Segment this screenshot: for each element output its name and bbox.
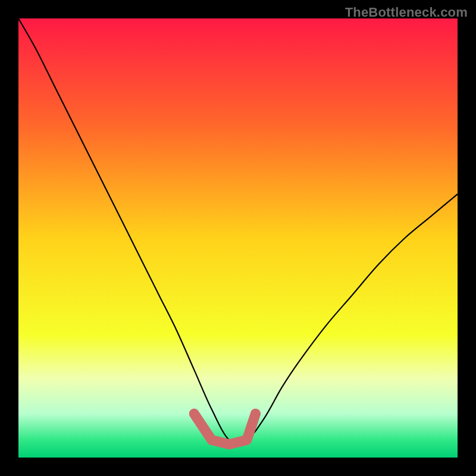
bottleneck-chart bbox=[0, 0, 476, 476]
plot-background bbox=[18, 18, 458, 458]
watermark: TheBottleneck.com bbox=[345, 5, 468, 20]
outer-frame: { "watermark": "TheBottleneck.com", "col… bbox=[0, 0, 476, 476]
